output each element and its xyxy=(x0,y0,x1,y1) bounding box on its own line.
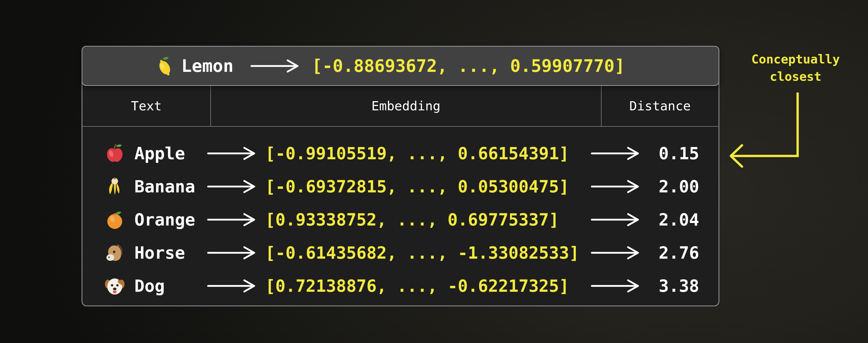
query-label: Lemon xyxy=(181,56,234,76)
table-row: Dog [0.72138876, ..., -0.62217325] 3.38 xyxy=(82,269,719,303)
table-row: Banana [-0.69372815, ..., 0.05300475] 2.… xyxy=(82,170,719,203)
right-arrow-icon xyxy=(590,245,659,261)
row-label: Apple xyxy=(128,144,207,163)
right-arrow-icon xyxy=(207,145,265,162)
row-label: Dog xyxy=(128,276,207,296)
row-distance: 3.38 xyxy=(659,276,719,296)
row-label: Horse xyxy=(128,243,207,263)
right-arrow-icon xyxy=(590,145,659,162)
right-arrow-icon xyxy=(590,211,659,228)
table-row: Orange [0.93338752, ..., 0.69775337] 2.0… xyxy=(82,203,719,236)
right-arrow-icon xyxy=(207,211,265,228)
column-header-embedding: Embedding xyxy=(211,86,601,126)
table-row: Apple [-0.99105519, ..., 0.66154391] 0.1… xyxy=(82,137,719,170)
embedding-diagram-panel: Text Embedding Distance Apple [-0.991055… xyxy=(82,46,719,306)
table-row: Horse [-0.61435682, ..., -1.33082533] 2.… xyxy=(82,236,719,269)
right-arrow-icon xyxy=(207,245,265,261)
apple-icon xyxy=(104,143,128,164)
right-arrow-icon xyxy=(250,58,300,74)
row-embedding: [0.93338752, ..., 0.69775337] xyxy=(265,210,590,230)
conceptually-closest-arrow-icon xyxy=(727,89,808,176)
right-arrow-icon xyxy=(590,278,659,294)
row-embedding: [-0.69372815, ..., 0.05300475] xyxy=(265,177,590,197)
column-header-distance: Distance xyxy=(601,86,719,126)
row-distance: 2.76 xyxy=(659,243,719,263)
right-arrow-icon xyxy=(207,178,265,195)
row-embedding: [0.72138876, ..., -0.62217325] xyxy=(265,276,590,296)
table-header-row: Text Embedding Distance xyxy=(82,86,719,127)
annotation-line-1: Conceptually xyxy=(737,50,854,68)
query-embedding: [-0.88693672, ..., 0.59907770] xyxy=(312,56,625,76)
orange-icon xyxy=(104,209,128,230)
conceptually-closest-label: Conceptually closest xyxy=(737,50,854,85)
table-body: Apple [-0.99105519, ..., 0.66154391] 0.1… xyxy=(82,127,719,303)
right-arrow-icon xyxy=(590,178,659,195)
column-header-text: Text xyxy=(82,86,211,126)
row-distance: 2.00 xyxy=(659,177,719,197)
row-label: Orange xyxy=(128,210,207,230)
banana-icon xyxy=(104,176,128,197)
row-distance: 0.15 xyxy=(659,144,719,163)
annotation-line-2: closest xyxy=(737,68,854,85)
row-embedding: [-0.99105519, ..., 0.66154391] xyxy=(265,144,590,163)
lemon-icon xyxy=(154,55,175,77)
dog-icon xyxy=(104,275,128,297)
query-row: Lemon [-0.88693672, ..., 0.59907770] xyxy=(82,46,719,86)
right-arrow-icon xyxy=(207,278,265,294)
row-embedding: [-0.61435682, ..., -1.33082533] xyxy=(265,243,590,263)
horse-icon xyxy=(104,242,128,264)
row-distance: 2.04 xyxy=(659,210,719,230)
row-label: Banana xyxy=(128,177,207,197)
